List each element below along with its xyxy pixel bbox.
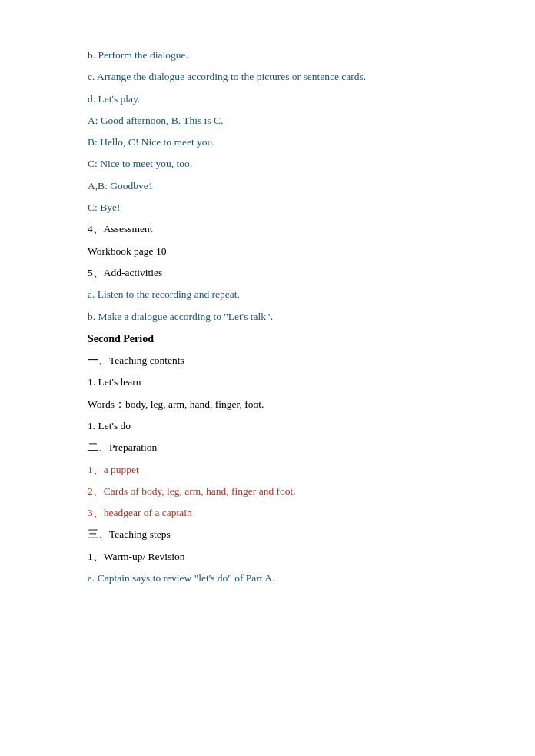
line-teaching-steps: 三、Teaching steps (88, 525, 447, 544)
line-teaching-contents: 一、Teaching contents (88, 351, 447, 370)
line-puppet: 1、a puppet (88, 461, 447, 479)
line-assessment: 4、Assessment (88, 220, 447, 238)
line-cards: 2、Cards of body, leg, arm, hand, finger … (88, 482, 447, 501)
line-c-bye: C: Bye! (88, 198, 447, 217)
line-warm-up: 1、Warm-up/ Revision (88, 548, 447, 566)
line-make-dialogue: b. Make a dialogue according to "Let's t… (88, 308, 447, 326)
line-c-arrange: c. Arrange the dialogue according to the… (88, 68, 447, 86)
line-d-play: d. Let's play. (88, 90, 447, 108)
line-headgear: 3、headgear of a captain (88, 504, 447, 522)
line-captain-says: a. Captain says to review "let's do" of … (88, 569, 447, 588)
line-c-nice: C: Nice to meet you, too. (88, 155, 447, 173)
line-b-hello: B: Hello, C! Nice to meet you. (88, 133, 447, 152)
line-b-perform: b. Perform the dialogue. (88, 46, 447, 65)
page-content: b. Perform the dialogue. c. Arrange the … (0, 0, 535, 637)
line-a-good-afternoon: A: Good afternoon, B. This is C. (88, 112, 447, 130)
second-period-header: Second Period (88, 329, 447, 348)
line-workbook: Workbook page 10 (88, 242, 447, 261)
line-words: Words：body, leg, arm, hand, finger, foot… (88, 395, 447, 414)
line-ab-goodbye: A,B: Goodbye1 (88, 177, 447, 195)
line-add-activities: 5、Add-activities (88, 264, 447, 282)
line-listen-recording: a. Listen to the recording and repeat. (88, 285, 447, 304)
line-lets-learn: 1. Let's learn (88, 373, 447, 391)
line-lets-do: 1. Let's do (88, 417, 447, 435)
line-preparation: 二、Preparation (88, 438, 447, 457)
